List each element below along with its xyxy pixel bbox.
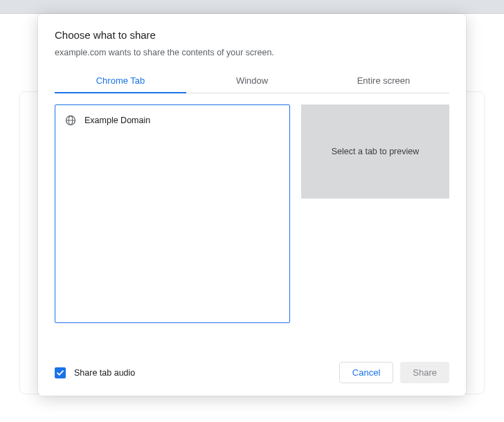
tab-list[interactable]: Example Domain: [55, 104, 290, 323]
share-type-tabs: Chrome Tab Window Entire screen: [55, 70, 449, 93]
tab-entire-screen[interactable]: Entire screen: [318, 70, 449, 93]
dialog-subtitle: example.com wants to share the contents …: [55, 48, 449, 57]
browser-chrome-bar: [0, 0, 504, 14]
screen-share-dialog: Choose what to share example.com wants t…: [38, 14, 466, 396]
cancel-button[interactable]: Cancel: [339, 362, 393, 383]
tab-list-item[interactable]: Example Domain: [55, 109, 289, 131]
dialog-footer: Share tab audio Cancel Share: [55, 359, 449, 383]
checkbox-checked-icon[interactable]: [55, 367, 66, 378]
tab-chrome-tab[interactable]: Chrome Tab: [55, 70, 186, 93]
preview-pane: Select a tab to preview: [301, 104, 449, 199]
dialog-title: Choose what to share: [55, 29, 449, 41]
tab-window[interactable]: Window: [186, 70, 318, 93]
share-audio-toggle[interactable]: Share tab audio: [55, 367, 135, 378]
share-button[interactable]: Share: [400, 362, 449, 383]
share-audio-label: Share tab audio: [74, 368, 135, 378]
tab-item-label: Example Domain: [84, 116, 150, 125]
preview-placeholder: Select a tab to preview: [332, 147, 419, 156]
dialog-buttons: Cancel Share: [339, 362, 449, 383]
globe-icon: [65, 115, 76, 126]
main-area: Example Domain Select a tab to preview: [55, 104, 449, 347]
